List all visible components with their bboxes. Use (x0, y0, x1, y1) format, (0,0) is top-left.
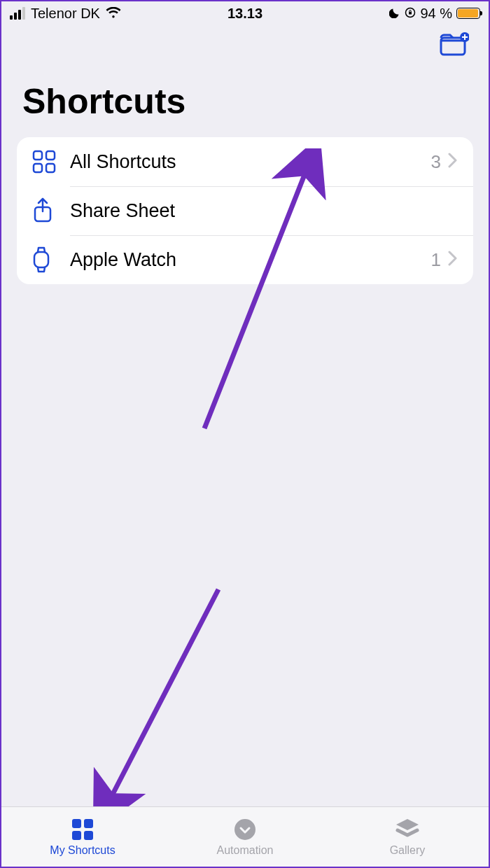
page-title: Shortcuts (1, 60, 489, 137)
list-item-label: Apple Watch (70, 249, 431, 271)
svg-rect-13 (84, 819, 93, 828)
tab-label: My Shortcuts (50, 844, 115, 857)
tab-label: Automation (217, 844, 274, 857)
status-right: 94 % (262, 6, 480, 22)
battery-pct-label: 94 % (420, 6, 452, 22)
svg-rect-9 (34, 252, 48, 267)
svg-rect-7 (46, 164, 55, 172)
orientation-lock-icon (405, 6, 416, 22)
list-item-label: All Shortcuts (70, 151, 431, 173)
list-item-label: Share Sheet (70, 200, 451, 222)
annotation-arrow-bottom (92, 582, 232, 820)
apple-watch-icon (32, 246, 70, 273)
list-item-apple-watch[interactable]: Apple Watch 1 (17, 235, 473, 284)
moon-icon (389, 6, 400, 22)
svg-rect-15 (84, 831, 93, 840)
list-item-share-sheet[interactable]: Share Sheet (17, 186, 473, 235)
status-bar: Telenor DK 13.13 94 % (1, 1, 489, 25)
svg-rect-12 (72, 819, 81, 828)
grid-icon (32, 150, 70, 174)
tab-bar: My Shortcuts Automation Gallery (1, 806, 489, 867)
share-icon (32, 197, 70, 224)
carrier-label: Telenor DK (31, 6, 100, 22)
svg-rect-14 (72, 831, 81, 840)
list-item-count: 3 (431, 151, 441, 173)
status-time: 13.13 (227, 6, 262, 22)
svg-point-16 (234, 819, 255, 840)
tab-my-shortcuts[interactable]: My Shortcuts (1, 807, 164, 867)
nav-bar (1, 25, 489, 60)
svg-rect-4 (34, 151, 42, 160)
list-item-count: 1 (431, 249, 441, 271)
cellular-signal-icon (10, 7, 25, 20)
clock-badge-icon (233, 818, 257, 841)
tab-gallery[interactable]: Gallery (326, 807, 489, 867)
svg-rect-1 (409, 12, 412, 15)
status-left: Telenor DK (10, 6, 227, 22)
new-folder-button[interactable] (440, 32, 469, 60)
chevron-right-icon (448, 251, 458, 269)
chevron-right-icon (448, 153, 458, 171)
tab-automation[interactable]: Automation (164, 807, 326, 867)
list-item-all-shortcuts[interactable]: All Shortcuts 3 (17, 137, 473, 186)
grid-filled-icon (71, 818, 94, 841)
battery-icon (456, 8, 480, 19)
stack-icon (395, 818, 420, 841)
wifi-icon (106, 6, 121, 22)
svg-rect-5 (46, 151, 55, 160)
svg-line-11 (106, 589, 218, 806)
shortcut-folders-list: All Shortcuts 3 Share Sheet Apple Watch … (17, 137, 473, 284)
tab-label: Gallery (390, 844, 426, 857)
svg-rect-6 (34, 164, 42, 172)
